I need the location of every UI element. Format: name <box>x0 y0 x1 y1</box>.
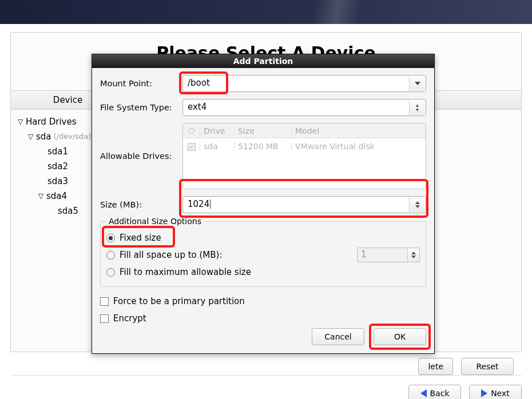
radio-fill-max[interactable]: Fill to maximum allowable size <box>106 264 420 281</box>
cancel-button[interactable]: Cancel <box>312 328 364 345</box>
radio-icon[interactable] <box>106 268 115 277</box>
checkbox-label: Encrypt <box>113 313 146 324</box>
spinner-icon <box>407 249 419 261</box>
additional-size-options: Additional Size Options Fixed size Fill … <box>100 217 426 287</box>
reset-button[interactable]: Reset <box>461 358 514 375</box>
expand-icon[interactable]: ▽ <box>28 129 36 144</box>
radio-label: Fixed size <box>120 233 161 243</box>
nav-button-row: Back Next <box>0 376 532 399</box>
column-header-drive[interactable]: Drive <box>200 126 235 135</box>
spinner-icon[interactable] <box>409 197 425 212</box>
installer-header-stripe <box>0 0 532 24</box>
radio-fill-up-to[interactable]: Fill all space up to (MB): 1 <box>106 246 420 264</box>
radio-label: Fill to maximum allowable size <box>120 267 251 277</box>
radio-fixed-size[interactable]: Fixed size <box>106 229 420 246</box>
size-input[interactable]: 1024 <box>182 196 426 213</box>
drive-row-sda[interactable]: sda 51200 MB VMware Virtual disk <box>183 138 426 154</box>
tree-label: sda <box>36 129 51 144</box>
encrypt-checkbox[interactable]: Encrypt <box>100 310 426 327</box>
checkbox-icon[interactable] <box>100 314 109 323</box>
radio-icon[interactable] <box>106 234 115 242</box>
fs-type-value: ext4 <box>188 102 207 112</box>
options-legend: Additional Size Options <box>106 217 204 226</box>
tree-label: sda3 <box>47 174 68 189</box>
checkbox-label: Force to be a primary partition <box>113 296 245 306</box>
add-partition-dialog: Add Partition Mount Point: /boot File Sy… <box>92 54 435 354</box>
back-button[interactable]: Back <box>408 385 461 399</box>
tree-label: sda4 <box>46 189 67 204</box>
tree-hint: (/dev/sda) <box>54 129 92 144</box>
mount-point-label: Mount Point: <box>100 79 182 88</box>
fill-up-to-input: 1 <box>357 248 420 262</box>
expand-icon[interactable]: ▽ <box>38 189 46 204</box>
drive-size: 51200 MB <box>235 142 292 151</box>
radio-icon[interactable] <box>106 251 115 260</box>
column-header-model[interactable]: Model <box>292 126 426 135</box>
force-primary-checkbox[interactable]: Force to be a primary partition <box>100 293 426 310</box>
tree-label: sda1 <box>47 144 68 159</box>
size-label: Size (MB): <box>100 200 182 209</box>
mount-point-combo[interactable]: /boot <box>182 75 426 92</box>
dialog-button-row: Cancel OK <box>100 327 426 348</box>
arrow-right-icon <box>481 389 487 397</box>
radio-label: Fill all space up to (MB): <box>120 250 223 260</box>
dialog-title: Add Partition <box>92 54 434 68</box>
allowable-drives-table[interactable]: Drive Size Model sda 51200 MB VMware Vir… <box>182 123 426 189</box>
tree-label: sda5 <box>58 204 78 218</box>
delete-button[interactable]: lete <box>418 358 453 375</box>
expand-icon[interactable]: ▽ <box>18 114 26 129</box>
tree-label: Hard Drives <box>26 114 76 129</box>
drives-header-row: Drive Size Model <box>183 123 426 138</box>
updown-icon[interactable]: ▴▾ <box>409 100 425 115</box>
checkbox-icon[interactable] <box>100 297 109 306</box>
column-header-select[interactable] <box>183 126 200 135</box>
size-value: 1024 <box>188 199 209 209</box>
allowable-drives-label: Allowable Drives: <box>100 151 182 161</box>
next-button[interactable]: Next <box>469 385 522 399</box>
arrow-left-icon <box>420 389 427 397</box>
mount-point-value: /boot <box>188 78 210 88</box>
fs-type-label: File System Type: <box>100 103 182 112</box>
tree-label: sda2 <box>47 159 68 174</box>
column-header-size[interactable]: Size <box>235 126 292 135</box>
ok-button[interactable]: OK <box>374 328 426 345</box>
drive-name: sda <box>200 142 235 151</box>
chevron-down-icon[interactable] <box>409 76 425 91</box>
drive-model: VMware Virtual disk <box>292 142 426 151</box>
drive-checkbox[interactable] <box>188 143 196 151</box>
fs-type-combo[interactable]: ext4 ▴▾ <box>182 99 426 116</box>
